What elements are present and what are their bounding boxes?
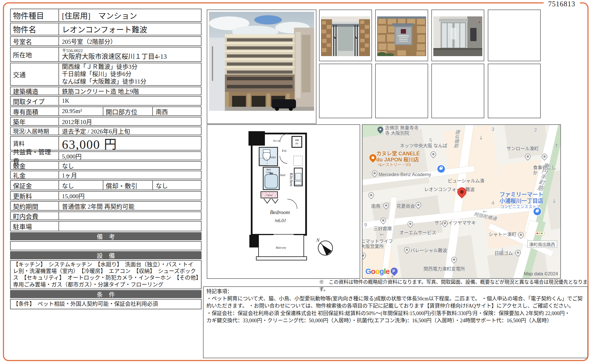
row-value: 南西 [153, 107, 201, 115]
photo-slot-empty [488, 64, 541, 118]
conditions-header: 条 件 [10, 290, 202, 298]
map-label-viewcharm[interactable]: ビューシャルム湊 [448, 178, 484, 184]
row-label: 築年 [11, 117, 59, 125]
svg-text:Hall: Hall [280, 174, 285, 177]
map-attribution: Map data ©2024 [524, 271, 558, 277]
hall-photo-image [433, 16, 482, 56]
postal-code: 〒556-0022 [62, 48, 198, 53]
row-label: 号室名 [11, 37, 59, 45]
table-row: 町内会費 [10, 211, 202, 220]
map-label-canele-sub: ペーストリー・SS [377, 162, 411, 167]
row-value: なし [59, 181, 103, 190]
route-number: 5 [429, 138, 432, 143]
table-row: 礼金 1ヶ月 [10, 171, 202, 179]
row-label: 償却・敷引 [103, 181, 153, 190]
row-value: 2012年10月 [59, 117, 201, 125]
svg-text:Alcove: Alcove [273, 139, 280, 142]
map-label-chateau[interactable]: シャトー湊町 [489, 232, 516, 237]
row-label: 更新料 [11, 192, 59, 200]
map-label-hanabishi[interactable]: 花菱商会 [396, 204, 415, 209]
table-row: 間取タイプ 1K [10, 96, 202, 106]
svg-text:room: room [266, 171, 271, 174]
row-value: 1K [59, 97, 201, 105]
row-value: 関西線「ＪＲ難波」徒歩3分 千日前線「桜川」徒歩6分 なんば線「大阪難波」徒歩1… [59, 63, 201, 85]
remarks-text [10, 241, 202, 250]
row-value: レオンコンフォート難波 [59, 23, 201, 35]
map-label-sunheights[interactable]: サンハイツヤマサキ [434, 220, 476, 226]
photo-stone-sign [375, 9, 428, 61]
map-label-temple[interactable]: 念佛宗 無量寿寺 寺 大阪別院 [385, 125, 418, 136]
route-number: 2 [534, 127, 537, 133]
map-label-canele[interactable]: カヌレ堂 CANELÉ du JAPON 桜川店 [376, 151, 420, 163]
row-label: 町内会費 [11, 212, 59, 220]
row-value: 〒556-0022 大阪府大阪市浪速区桜川１丁目4-13 [59, 47, 201, 61]
table-row: 建築構造 鉄筋コンクリート造 地上9階 [10, 87, 202, 95]
road-arrow-icon: ↓ [552, 198, 556, 204]
table-row: 敷金 なし [10, 161, 202, 170]
map-label-kanden[interactable]: 関西電力湊町変電所 [424, 266, 465, 272]
netz-pin-icon[interactable] [429, 150, 437, 158]
map-label-benz[interactable]: Mercedes-Benz Academy [379, 172, 431, 177]
map-label-omservice[interactable]: オーエムサービス [399, 230, 436, 235]
photo-entrance-gate [319, 9, 372, 61]
row-value: [住居用] マンション [59, 9, 201, 21]
property-info-table: 物件種目 [住居用] マンション 物件名 レオンコンフォート難波 号室名 205… [10, 9, 202, 310]
road-arrow-icon: ↓ [479, 135, 483, 141]
row-label: 開口部方位 [103, 107, 153, 115]
route-number: 4 [492, 200, 494, 206]
table-row: 更新料 15,000円 [10, 191, 202, 200]
map-label-valencial[interactable]: バレーシャル難波 [410, 248, 447, 253]
row-value: 退去予定 / 2026年6月上旬 [59, 127, 201, 135]
svg-text:Balcony: Balcony [276, 246, 286, 249]
map-label-nimatto[interactable]: ニマットライフ 大阪営業所 [362, 239, 393, 249]
svg-text:PS: PS [295, 142, 298, 145]
photo-entrance-hall [431, 9, 484, 61]
table-row: 物件名 レオンコンフォート難波 [10, 23, 202, 35]
row-value: なし [153, 181, 201, 190]
table-row: 専有面積 20.95m² 開口部方位 南西 [10, 106, 202, 116]
table-row: 保証金 なし 償却・敷引 なし [10, 180, 202, 190]
row-label: 礼金 [11, 171, 59, 179]
svg-text:N: N [316, 238, 320, 243]
main-building-photo [207, 9, 316, 124]
row-value: なし [59, 162, 201, 169]
map-label-minamitori[interactable]: 南鳥 [371, 204, 380, 209]
google-logo: Google [365, 267, 390, 276]
table-row: 駐車場 [10, 221, 202, 231]
equipment-header: 設 備 [10, 251, 202, 259]
table-row: 交通 関西線「ＪＲ難波」徒歩3分 千日前線「桜川」徒歩6分 なんば線「大阪難波」… [10, 63, 202, 86]
row-label: 建築構造 [11, 87, 59, 95]
map-label-familymart[interactable]: ファミリーマート 小浦桜川一丁目店 [500, 192, 543, 204]
map-label-sunroll[interactable]: サンロール湊町 [506, 146, 539, 151]
table-row: 築年 2012年10月 [10, 117, 202, 126]
gate-photo-image [321, 16, 370, 56]
row-value: 5,000円 [59, 152, 201, 160]
address: 大阪府大阪市浪速区桜川１丁目4-13 [62, 53, 198, 60]
special-notes-line: ・ペット飼育について犬、猫、小鳥、小型愛玩動物等(室内向き種に限る)成獣の状態で… [206, 295, 585, 302]
road-arrow-icon: ↑ [554, 143, 559, 149]
row-value [59, 212, 201, 220]
location-map[interactable]: ← ← ↓ ↑ ↓ ↓ ← ↑ P 念佛宗 無量寿寺 寺 大阪別院 [362, 124, 561, 279]
special-notes-line: カギ鍵交換代：33,000円・クリーニング代：50,000円（入居時）・抗菌代(… [206, 317, 585, 324]
row-label: 契約期間 [11, 202, 59, 210]
map-label-netz[interactable]: ネッツ中央大阪 なんば [400, 143, 447, 148]
transport-line: 関西線「ＪＲ難波」徒歩3分 [62, 63, 198, 71]
map-label-nissho[interactable]: 日硝ゴム [494, 251, 513, 256]
table-row: 号室名 205号室（2階部分） [10, 36, 202, 46]
photo-slot-empty [431, 64, 484, 118]
row-value: 20.95m² [59, 107, 103, 115]
map-label-leon[interactable]: レオンコンフォート難波 [424, 187, 475, 192]
photo-slot-empty [488, 9, 541, 61]
row-value [59, 222, 201, 231]
shop-pin-icon[interactable] [437, 165, 445, 173]
map-label-miyoshi[interactable]: 三好倉庫 [373, 226, 392, 231]
svg-text:MB: MB [295, 139, 299, 142]
viewcharm-pin-icon[interactable] [367, 191, 375, 199]
row-label: 保証金 [11, 181, 59, 190]
route-number: 9 [364, 222, 367, 228]
row-value: 15,000円 [59, 192, 201, 200]
building-photo-image [209, 12, 314, 111]
document-id: 7516813 [544, 0, 580, 8]
route-number: 3 [492, 127, 494, 132]
transport-line: なんば線「大阪難波」徒歩11分 [62, 78, 198, 85]
